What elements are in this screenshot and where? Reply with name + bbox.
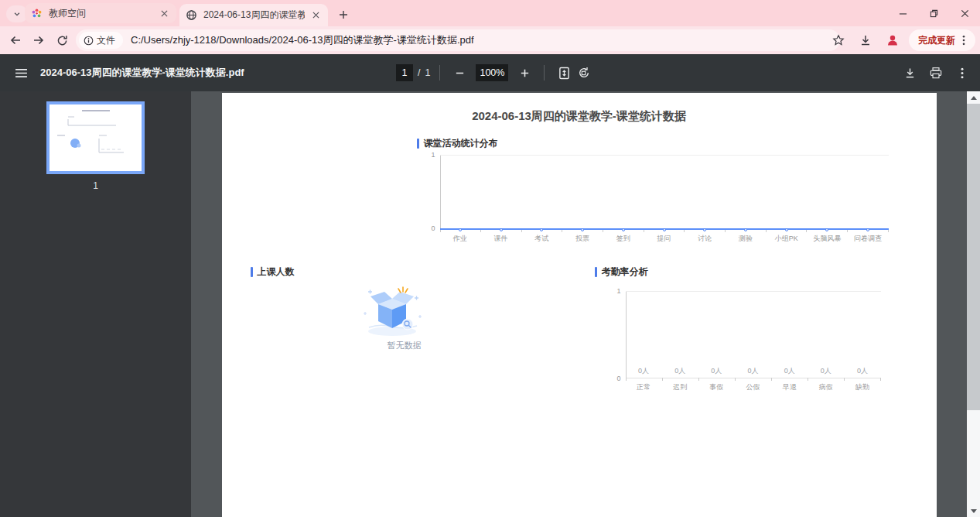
file-scheme-chip[interactable]: 文件 (79, 32, 123, 49)
restore-button[interactable] (918, 0, 949, 26)
section-marker-bar (251, 267, 253, 277)
tab-teacher-space[interactable]: 教师空间 (25, 3, 176, 23)
downloads-button[interactable] (855, 29, 876, 51)
new-tab-button[interactable] (334, 5, 353, 24)
zoom-in-button[interactable] (514, 63, 534, 83)
scroll-down-button[interactable] (967, 505, 980, 517)
close-icon[interactable] (158, 7, 170, 19)
section-class-count: 上课人数 (251, 265, 295, 279)
section-activity-stats: 课堂活动统计分布 (417, 137, 498, 150)
bar-value-label: 0人 (808, 366, 844, 376)
tab-label: 2024-06-13周四的课堂教学-课 (203, 9, 305, 22)
axis-tick (736, 378, 772, 381)
arrow-down-icon (971, 509, 977, 513)
pdf-more-options-button[interactable] (952, 63, 972, 83)
data-point-marker (480, 228, 521, 231)
section-attendance-analysis: 考勤率分析 (595, 265, 648, 279)
arrow-up-icon (971, 96, 977, 100)
data-point-marker (685, 228, 726, 231)
bar-value-label: 0人 (844, 366, 880, 376)
tab-pdf-document[interactable]: 2024-06-13周四的课堂教学-课 (179, 4, 328, 26)
empty-state-text: 暂无数据 (358, 340, 451, 351)
minimize-button[interactable] (887, 0, 918, 26)
rotate-icon[interactable] (574, 63, 594, 83)
close-icon[interactable] (309, 9, 322, 22)
x-axis-label: 问卷调查 (848, 234, 889, 244)
toolbar-right-actions: 完成更新 (828, 29, 980, 51)
x-axis-label: 讨论 (685, 234, 726, 244)
y-axis-tick: 1 (603, 287, 621, 295)
data-point-marker (726, 228, 767, 231)
axis-tick (699, 378, 736, 381)
forward-arrow-icon (32, 34, 45, 46)
back-button[interactable] (5, 29, 26, 51)
x-axis-label: 签到 (603, 234, 644, 244)
close-window-button[interactable] (949, 0, 980, 26)
attendance-chart: 1 0 0人0人0人0人0人0人0人 正常迟到事假公假早退病假缺勤 (603, 284, 884, 399)
plus-icon (339, 10, 348, 19)
zoom-level-input[interactable]: 100% (476, 64, 508, 81)
tab-strip: 教师空间 2024-06-13周四的课堂教学-课 (0, 0, 980, 26)
x-axis-label: 投票 (562, 234, 603, 244)
axis-tick (845, 378, 881, 381)
bar-value-label: 0人 (698, 366, 735, 376)
pdf-content-area: 1 2024-06-13周四的课堂教学-课堂统计数据 课堂活动统计分布 1 0 (0, 91, 980, 517)
browser-window: 教师空间 2024-06-13周四的课堂教学-课 (0, 0, 980, 517)
empty-box-illustration-icon (358, 286, 451, 337)
bookmark-star-button[interactable] (828, 29, 849, 51)
y-axis-tick: 0 (417, 224, 435, 232)
x-axis-label: 头脑风暴 (807, 234, 848, 244)
forward-button[interactable] (28, 29, 50, 51)
close-icon (961, 9, 969, 18)
download-icon (859, 34, 872, 46)
finish-update-button[interactable]: 完成更新 (909, 29, 975, 51)
data-point-marker (848, 228, 889, 231)
section-title: 上课人数 (258, 265, 295, 279)
section-title: 课堂活动统计分布 (424, 137, 498, 150)
document-title: 2024-06-13周四的课堂教学-课堂统计数据 (222, 109, 937, 124)
data-point-marker (644, 228, 685, 231)
data-point-marker (807, 228, 848, 231)
scrollbar-thumb[interactable] (967, 104, 980, 410)
pdf-page-zoom-controls: 1 / 1 100% (396, 54, 594, 91)
activity-x-labels: 作业课件考试投票签到提问讨论测验小组PK头脑风暴问卷调查 (440, 234, 889, 244)
star-icon (832, 34, 845, 46)
bar-value-label: 0人 (771, 366, 808, 376)
data-point-marker (603, 228, 644, 231)
attendance-x-labels: 正常迟到事假公假早退病假缺勤 (626, 382, 881, 392)
address-bar[interactable]: 文件 C:/Users/zhjy-1218/Downloads/2024-06-… (76, 29, 840, 51)
page-number-input[interactable]: 1 (396, 64, 413, 81)
window-controls (887, 0, 980, 26)
empty-state: 暂无数据 (358, 286, 451, 351)
browser-menu-button[interactable] (955, 32, 972, 49)
attendance-ticks (626, 378, 881, 381)
page-thumbnail[interactable]: 1 (46, 101, 145, 191)
reload-button[interactable] (51, 29, 73, 51)
bar-value-label: 0人 (735, 366, 771, 376)
pdf-toolbar: 2024-06-13周四的课堂教学-课堂统计数据.pdf 1 / 1 100% (0, 54, 980, 91)
reload-icon (56, 35, 68, 46)
data-point-marker (521, 228, 562, 231)
axis-tick (772, 378, 808, 381)
pdf-menu-button[interactable] (12, 63, 30, 82)
x-axis-label: 课件 (480, 234, 521, 244)
section-marker-bar (595, 267, 597, 277)
thumbnail-page-number: 1 (46, 180, 145, 191)
y-axis-tick: 1 (417, 151, 435, 159)
fit-page-button[interactable] (554, 63, 574, 83)
pdf-download-button[interactable] (900, 63, 920, 83)
x-axis-label: 作业 (440, 234, 481, 244)
x-axis-label: 缺勤 (844, 382, 880, 392)
x-axis-label: 病假 (808, 382, 844, 392)
profile-avatar-button[interactable] (882, 29, 903, 51)
axis-tick (663, 378, 699, 381)
print-icon[interactable] (926, 63, 946, 83)
section-title: 考勤率分析 (602, 265, 648, 279)
zoom-out-button[interactable] (449, 63, 470, 83)
restore-icon (930, 9, 938, 18)
vertical-scrollbar[interactable] (967, 91, 980, 517)
scroll-up-button[interactable] (967, 91, 980, 104)
bar-value-label: 0人 (626, 366, 662, 376)
back-arrow-icon (9, 34, 22, 46)
x-axis-label: 小组PK (766, 234, 807, 244)
